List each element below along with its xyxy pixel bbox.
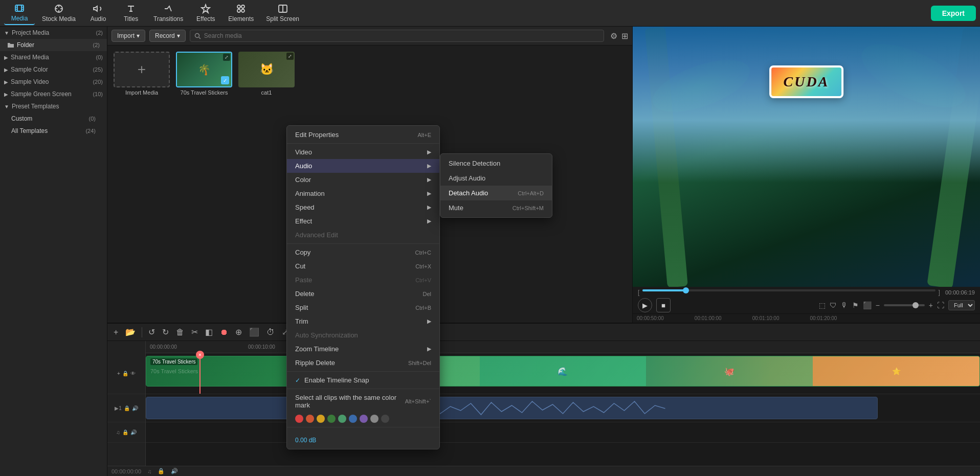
section-sample-color[interactable]: ▶ Sample Color (25) bbox=[0, 63, 107, 76]
section-preset-templates[interactable]: ▼ Preset Templates bbox=[0, 100, 107, 112]
speaker-icon[interactable]: 🔊 bbox=[130, 429, 137, 435]
nav-elements[interactable]: Elements bbox=[223, 2, 259, 25]
ctx-ripple-delete[interactable]: Ripple Delete Shift+Del bbox=[287, 356, 439, 370]
import-button[interactable]: Import ▾ bbox=[112, 30, 145, 42]
preview-timeline-ruler: 00:00:50:00 00:01:00:00 00:01:10:00 00:0… bbox=[633, 313, 980, 323]
ctx-color[interactable]: Color ▶ bbox=[287, 173, 439, 187]
lock-status-icon[interactable]: 🔒 bbox=[158, 468, 165, 474]
submenu-detach-audio[interactable]: Detach Audio Ctrl+Alt+D bbox=[440, 186, 552, 200]
section-shared-media[interactable]: ▶ Shared Media (0) bbox=[0, 51, 107, 63]
cut-icon[interactable]: ✂ bbox=[189, 326, 200, 338]
crop-icon[interactable]: ⬛ bbox=[863, 301, 872, 309]
ctx-animation[interactable]: Animation ▶ bbox=[287, 187, 439, 200]
delete-icon[interactable]: 🗑 bbox=[174, 326, 186, 338]
monitor-icon[interactable]: ⬚ bbox=[819, 301, 826, 309]
section-project-media[interactable]: ▼ Project Media (2) bbox=[0, 27, 107, 39]
nav-audio[interactable]: Audio bbox=[83, 2, 114, 25]
sidebar-item-all-templates[interactable]: All Templates (24) bbox=[0, 125, 107, 137]
split-icon[interactable]: ◧ bbox=[203, 326, 215, 338]
film-icon bbox=[14, 3, 25, 13]
record-icon[interactable]: ⏺ bbox=[218, 326, 230, 338]
section-sample-green[interactable]: ▶ Sample Green Screen (10) bbox=[0, 88, 107, 100]
nav-media[interactable]: Media bbox=[4, 1, 35, 25]
folder-open-icon[interactable]: 📂 bbox=[123, 326, 138, 338]
color-dot-purple[interactable] bbox=[360, 415, 368, 423]
ctx-enable-snap[interactable]: ✓ Enable Timeline Snap bbox=[287, 373, 439, 387]
audio-clip[interactable] bbox=[146, 397, 878, 419]
ctx-zoom-timeline[interactable]: Zoom Timeline ▶ bbox=[287, 342, 439, 356]
import-media-item[interactable]: + Import Media bbox=[114, 52, 170, 316]
undo-icon[interactable]: ↺ bbox=[146, 326, 157, 338]
mic-icon[interactable]: 🎙 bbox=[841, 301, 848, 309]
ctx-video[interactable]: Video ▶ bbox=[287, 145, 439, 159]
sidebar-item-custom[interactable]: Custom (0) bbox=[0, 112, 107, 125]
color-dot-gray[interactable] bbox=[370, 415, 378, 423]
chevron-right-icon: ▶ bbox=[4, 55, 8, 60]
add-track-icon[interactable]: + bbox=[112, 326, 120, 338]
lock-icon-audio[interactable]: 🔒 bbox=[124, 405, 130, 411]
nav-splitscreen[interactable]: Split Screen bbox=[261, 2, 304, 25]
timeline-right-icon[interactable]: ] bbox=[939, 289, 940, 296]
ctx-split[interactable]: Split Ctrl+B bbox=[287, 301, 439, 314]
ctx-speed[interactable]: Speed ▶ bbox=[287, 200, 439, 214]
ctx-cut[interactable]: Cut Ctrl+X bbox=[287, 259, 439, 273]
filter-icon[interactable]: ⚙ bbox=[610, 31, 617, 41]
preview-progress-bar[interactable] bbox=[642, 289, 935, 291]
section-sample-video[interactable]: ▶ Sample Video (20) bbox=[0, 76, 107, 88]
color-dot-orange[interactable] bbox=[306, 415, 314, 423]
quality-select[interactable]: Full 1/2 1/4 bbox=[948, 300, 975, 310]
crop-tool-icon[interactable]: ⬛ bbox=[247, 326, 261, 338]
nav-effects[interactable]: Effects bbox=[190, 2, 221, 25]
submenu-silence-detection[interactable]: Silence Detection bbox=[440, 156, 552, 171]
media-item-70s[interactable]: 🌴 ⤢ ✓ 70s Travel Stickers bbox=[176, 52, 232, 316]
redo-icon[interactable]: ↻ bbox=[160, 326, 171, 338]
lock-icon-music[interactable]: 🔒 bbox=[122, 429, 128, 435]
music-note-status: ♫ bbox=[147, 468, 151, 474]
grid-icon[interactable]: ⊞ bbox=[621, 31, 628, 41]
main-area: ▼ Project Media (2) Folder (2) ▶ Shared … bbox=[0, 27, 980, 476]
nav-stock[interactable]: Stock Media bbox=[37, 2, 81, 25]
video-clip[interactable]: 70s Travel Stickers 🌊 🐙 ⭐ 70s Travel Sti… bbox=[146, 356, 980, 387]
color-dot-green[interactable] bbox=[327, 415, 336, 423]
speaker-status-icon[interactable]: 🔊 bbox=[171, 468, 178, 474]
search-input[interactable] bbox=[204, 32, 599, 39]
ctx-auto-sync: Auto Synchronization bbox=[287, 328, 439, 342]
ctx-color-mark[interactable]: Select all clips with the same color mar… bbox=[287, 391, 439, 412]
color-dot-dark[interactable] bbox=[381, 415, 389, 423]
ctx-audio[interactable]: Audio ▶ bbox=[287, 159, 439, 173]
flag-icon[interactable]: ⚑ bbox=[852, 301, 859, 309]
record-button[interactable]: Record ▾ bbox=[149, 30, 186, 42]
timeline-left-icon[interactable]: [ bbox=[638, 289, 639, 296]
ctx-edit-props[interactable]: Edit Properties Alt+E bbox=[287, 128, 439, 142]
tracks-scroll-area[interactable]: 00:00:00:00 00:00:10:00 00:00:20:00 × bbox=[146, 341, 980, 466]
timer-icon[interactable]: ⏱ bbox=[264, 326, 277, 338]
ctx-effect[interactable]: Effect ▶ bbox=[287, 214, 439, 228]
ripple-icon[interactable]: ⊕ bbox=[233, 326, 244, 338]
submenu-mute[interactable]: Mute Ctrl+Shift+M bbox=[440, 200, 552, 215]
ctx-trim[interactable]: Trim ▶ bbox=[287, 314, 439, 328]
mute-icon[interactable]: 🔊 bbox=[132, 405, 138, 411]
lock-icon[interactable]: 🔒 bbox=[122, 371, 128, 376]
shield-icon[interactable]: 🛡 bbox=[830, 301, 837, 309]
arrow-right-icon: ▶ bbox=[427, 318, 431, 325]
color-dot-teal[interactable] bbox=[338, 415, 346, 423]
export-button[interactable]: Export bbox=[931, 6, 976, 21]
fullscreen-icon[interactable]: ⛶ bbox=[937, 301, 944, 309]
zoom-out-icon[interactable]: − bbox=[876, 301, 880, 309]
volume-link-row[interactable]: 0.00 dB bbox=[287, 434, 439, 447]
color-dot-red[interactable] bbox=[295, 415, 303, 423]
color-dot-yellow[interactable] bbox=[317, 415, 325, 423]
zoom-in-icon[interactable]: + bbox=[929, 301, 933, 309]
nav-transitions[interactable]: Transitions bbox=[148, 2, 188, 25]
ctx-delete[interactable]: Delete Del bbox=[287, 287, 439, 301]
eye-icon[interactable]: 👁 bbox=[130, 371, 136, 376]
folder-item[interactable]: Folder (2) bbox=[0, 39, 107, 51]
ctx-paste: Paste Ctrl+V bbox=[287, 273, 439, 287]
submenu-adjust-audio[interactable]: Adjust Audio bbox=[440, 171, 552, 186]
nav-titles[interactable]: Titles bbox=[116, 2, 146, 25]
play-button[interactable]: ▶ bbox=[638, 298, 652, 312]
stop-button[interactable]: ■ bbox=[656, 298, 671, 312]
ctx-copy[interactable]: Copy Ctrl+C bbox=[287, 245, 439, 259]
color-dot-blue[interactable] bbox=[349, 415, 357, 423]
zoom-slider[interactable] bbox=[884, 304, 925, 306]
